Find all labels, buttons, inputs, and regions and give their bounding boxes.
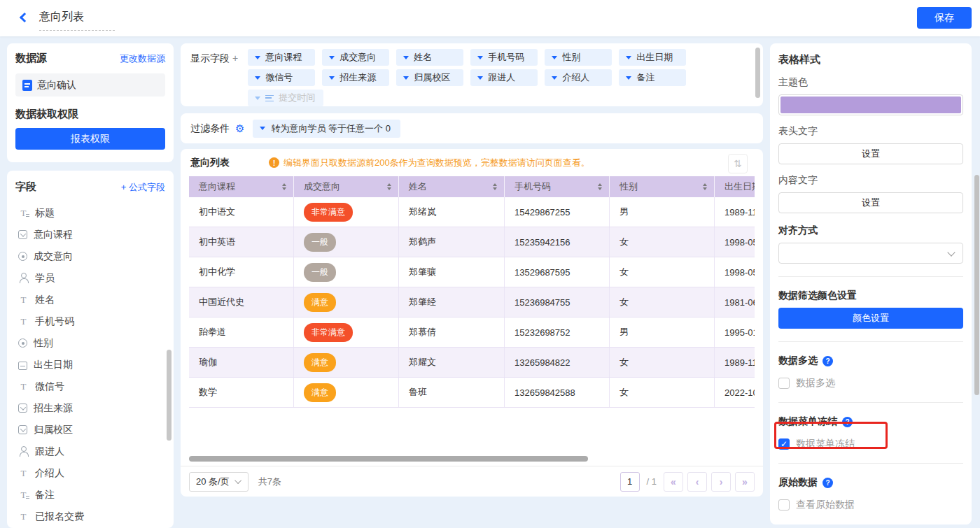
change-datasource-link[interactable]: 更改数据源 [120, 52, 165, 65]
column-header[interactable]: 手机号码 [505, 176, 610, 197]
cell-gender: 女 [610, 227, 715, 257]
question-icon[interactable]: ? [822, 356, 833, 366]
freeze-checkbox-label: 数据菜单冻结 [796, 438, 855, 450]
checkbox-unchecked[interactable] [778, 378, 790, 389]
last-page-button[interactable]: » [735, 472, 755, 492]
add-field-icon[interactable]: + [232, 52, 238, 64]
chevron-down-icon [260, 127, 265, 130]
sort-down-icon [282, 187, 286, 190]
field-item[interactable]: 出生日期 [15, 354, 165, 376]
theme-color-picker[interactable] [778, 94, 963, 115]
display-field-tag[interactable]: 出生日期 [619, 49, 686, 66]
display-field-tag[interactable]: 招生来源 [322, 69, 389, 86]
field-item[interactable]: 成交意向 [15, 245, 165, 267]
column-header[interactable]: 意向课程 [189, 176, 294, 197]
display-field-tag[interactable]: 微信号 [248, 69, 315, 86]
align-select[interactable] [778, 243, 963, 264]
report-permission-button[interactable]: 报表权限 [15, 128, 165, 150]
text-icon [18, 294, 29, 305]
cell-course: 初中化学 [189, 257, 294, 287]
table-wrap: 意向课程成交意向姓名手机号码性别出生日期 初中语文非常满意郑绪岚15429867… [189, 176, 755, 408]
field-item[interactable]: 性别 [15, 332, 165, 354]
sort-icon[interactable] [493, 183, 497, 190]
field-item[interactable]: 微信号 [15, 376, 165, 397]
display-field-tag[interactable]: 姓名 [396, 49, 463, 66]
column-header[interactable]: 性别 [610, 176, 715, 197]
display-field-tag[interactable]: 备注 [619, 69, 686, 86]
cell-name: 郑耀文 [399, 348, 505, 377]
field-item[interactable]: 跟进人 [15, 441, 165, 462]
cell-birth: 1995-01- [715, 317, 755, 347]
tag-label: 成交意向 [340, 51, 376, 64]
field-item-label: 手机号码 [35, 315, 74, 328]
field-item-label: 性别 [34, 337, 53, 350]
fields-scrollbar[interactable] [167, 350, 172, 441]
page-scrollbar[interactable] [974, 175, 979, 395]
display-field-tag[interactable]: 性别 [545, 49, 612, 66]
display-field-tag[interactable]: 成交意向 [322, 49, 389, 66]
field-item[interactable]: 手机号码 [15, 311, 165, 332]
field-item[interactable]: 意向课程 [15, 224, 165, 245]
multi-select-checkbox-row[interactable]: 数据多选 [778, 377, 963, 390]
field-item[interactable]: 招生来源 [15, 397, 165, 419]
header-text-settings-button[interactable]: 设置 [778, 143, 963, 164]
raw-data-checkbox-row[interactable]: 查看原始数据 [778, 499, 963, 511]
chevron-down-icon [329, 56, 335, 59]
display-field-tag-disabled[interactable]: 提交时间 [248, 90, 323, 106]
column-header[interactable]: 成交意向 [294, 176, 399, 197]
display-field-tag[interactable]: 跟进人 [470, 69, 538, 86]
sort-icon[interactable] [598, 183, 602, 190]
field-item[interactable]: 介绍人 [15, 462, 165, 484]
filter-label: 过滤条件 [190, 122, 230, 135]
field-item[interactable]: 备注 [15, 484, 165, 506]
formula-field-link[interactable]: + 公式字段 [121, 181, 165, 194]
first-page-button[interactable]: « [664, 472, 683, 492]
sort-icon[interactable] [387, 183, 391, 190]
cell-intent: 一般 [294, 227, 399, 257]
save-button[interactable]: 保存 [917, 7, 972, 29]
color-settings-button[interactable]: 颜色设置 [778, 308, 963, 329]
sort-icon[interactable] [282, 183, 286, 190]
next-page-button[interactable]: › [711, 472, 731, 492]
sort-icon[interactable] [703, 183, 707, 190]
freeze-checkbox-row[interactable]: ✓ 数据菜单冻结 [778, 438, 963, 450]
page-number-input[interactable]: 1 [620, 472, 640, 492]
cell-birth: 1981-06- [715, 287, 755, 317]
display-field-tag[interactable]: 归属校区 [396, 69, 463, 86]
display-field-tag[interactable]: 介绍人 [545, 69, 612, 86]
table-body: 初中语文非常满意郑绪岚15429867255男1989-11-初中英语一般郑鹤声… [189, 197, 755, 408]
page-size-select[interactable]: 20 条/页 [189, 472, 248, 492]
field-item[interactable]: 归属校区 [15, 419, 165, 441]
intent-badge: 非常满意 [304, 203, 353, 222]
checkbox-unchecked[interactable] [778, 499, 790, 511]
field-item-label: 学员 [35, 272, 55, 285]
display-field-tag[interactable]: 手机号码 [470, 49, 538, 66]
table-horizontal-scrollbar[interactable] [189, 456, 588, 462]
person-icon [18, 446, 29, 457]
chevron-down-icon [255, 76, 260, 80]
checkbox-checked[interactable]: ✓ [778, 438, 790, 450]
column-header[interactable]: 出生日期 [715, 176, 755, 197]
page-title[interactable]: 意向列表 [39, 10, 115, 31]
filter-condition-tag[interactable]: 转为意向学员 等于任意一个 0 [253, 120, 400, 138]
field-item[interactable]: 姓名 [15, 289, 165, 311]
display-fields-scrollbar[interactable] [755, 48, 760, 98]
back-icon[interactable] [20, 13, 29, 22]
datasource-item[interactable]: 意向确认 [15, 73, 165, 97]
gear-icon[interactable]: ⚙ [235, 122, 244, 135]
field-item-label: 微信号 [35, 380, 64, 393]
cell-birth: 1998-05- [715, 227, 755, 257]
sort-order-button[interactable]: ⇅ [728, 154, 748, 173]
field-item-label: 归属校区 [34, 424, 73, 436]
field-item[interactable]: 标题 [15, 202, 165, 224]
prev-page-button[interactable]: ‹ [687, 472, 707, 492]
field-item[interactable]: 学员 [15, 267, 165, 289]
question-icon[interactable]: ? [822, 478, 833, 488]
field-item[interactable]: 已报名交费 [15, 506, 165, 527]
body-text-settings-button[interactable]: 设置 [778, 192, 963, 213]
question-icon[interactable]: ? [842, 417, 853, 427]
column-header-label: 成交意向 [304, 180, 340, 193]
display-field-tag[interactable]: 意向课程 [248, 49, 315, 66]
cell-gender: 男 [610, 317, 715, 347]
column-header[interactable]: 姓名 [399, 176, 505, 197]
